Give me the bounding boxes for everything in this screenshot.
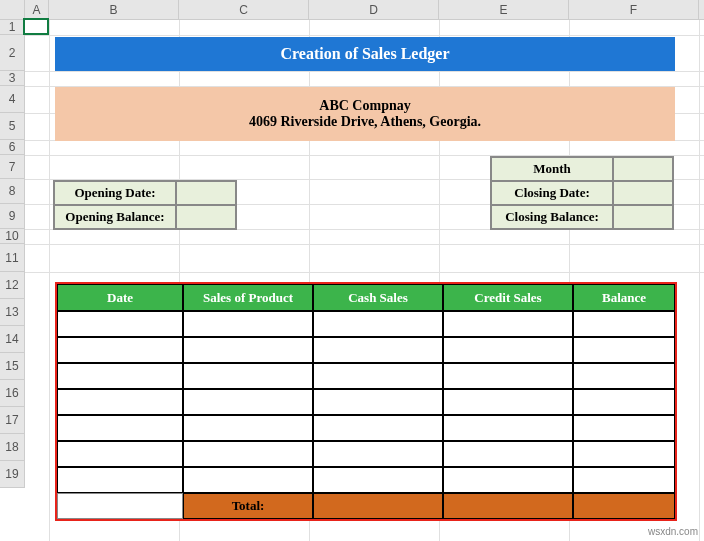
row-header-15[interactable]: 15 bbox=[0, 353, 25, 380]
cell[interactable] bbox=[573, 363, 675, 389]
closing-info-box: Month Closing Date: Closing Balance: bbox=[490, 156, 674, 230]
table-row bbox=[57, 337, 675, 363]
cell[interactable] bbox=[183, 441, 313, 467]
cell[interactable] bbox=[443, 337, 573, 363]
cell[interactable] bbox=[573, 415, 675, 441]
row-header-12[interactable]: 12 bbox=[0, 272, 25, 299]
ledger-header-date[interactable]: Date bbox=[57, 284, 183, 311]
cell[interactable] bbox=[313, 363, 443, 389]
cell[interactable] bbox=[573, 389, 675, 415]
row-header-6[interactable]: 6 bbox=[0, 140, 25, 155]
row-header-2[interactable]: 2 bbox=[0, 35, 25, 71]
cell[interactable] bbox=[443, 441, 573, 467]
title-text: Creation of Sales Ledger bbox=[280, 45, 449, 63]
cell[interactable] bbox=[443, 311, 573, 337]
closing-date-value[interactable] bbox=[613, 181, 673, 205]
cell[interactable] bbox=[573, 337, 675, 363]
cell[interactable] bbox=[443, 467, 573, 493]
table-row bbox=[57, 415, 675, 441]
row-header-14[interactable]: 14 bbox=[0, 326, 25, 353]
row-header-13[interactable]: 13 bbox=[0, 299, 25, 326]
cell[interactable] bbox=[573, 441, 675, 467]
cell[interactable] bbox=[183, 415, 313, 441]
opening-date-value[interactable] bbox=[176, 181, 236, 205]
row-header-7[interactable]: 7 bbox=[0, 155, 25, 179]
closing-date-label: Closing Date: bbox=[491, 181, 613, 205]
row-header-8[interactable]: 8 bbox=[0, 179, 25, 204]
ledger-table: Date Sales of Product Cash Sales Credit … bbox=[55, 282, 677, 521]
cell[interactable] bbox=[183, 337, 313, 363]
table-row bbox=[57, 363, 675, 389]
total-cash[interactable] bbox=[313, 493, 443, 519]
cell[interactable] bbox=[183, 363, 313, 389]
total-blank[interactable] bbox=[57, 493, 183, 519]
cell[interactable] bbox=[183, 311, 313, 337]
row-header-10[interactable]: 10 bbox=[0, 229, 25, 244]
spreadsheet-grid[interactable]: Creation of Sales Ledger ABC Compnay 406… bbox=[25, 20, 704, 541]
row-header-3[interactable]: 3 bbox=[0, 71, 25, 86]
cell[interactable] bbox=[57, 467, 183, 493]
cell[interactable] bbox=[57, 337, 183, 363]
cell[interactable] bbox=[313, 467, 443, 493]
row-headers: 1 2 3 4 5 6 7 8 9 10 11 12 13 14 15 16 1… bbox=[0, 20, 25, 488]
row-header-11[interactable]: 11 bbox=[0, 244, 25, 272]
opening-info-box: Opening Date: Opening Balance: bbox=[53, 180, 237, 230]
col-header-E[interactable]: E bbox=[439, 0, 569, 19]
cell[interactable] bbox=[313, 441, 443, 467]
cell[interactable] bbox=[313, 337, 443, 363]
select-all-corner[interactable] bbox=[0, 0, 25, 19]
cell[interactable] bbox=[313, 311, 443, 337]
ledger-header-cash-sales[interactable]: Cash Sales bbox=[313, 284, 443, 311]
table-row bbox=[57, 389, 675, 415]
total-row: Total: bbox=[57, 493, 675, 519]
active-cell-indicator bbox=[23, 18, 49, 35]
opening-date-label: Opening Date: bbox=[54, 181, 176, 205]
row-header-4[interactable]: 4 bbox=[0, 86, 25, 113]
closing-balance-value[interactable] bbox=[613, 205, 673, 229]
ledger-header-row: Date Sales of Product Cash Sales Credit … bbox=[57, 284, 675, 311]
col-header-D[interactable]: D bbox=[309, 0, 439, 19]
total-balance[interactable] bbox=[573, 493, 675, 519]
cell[interactable] bbox=[573, 467, 675, 493]
cell[interactable] bbox=[443, 363, 573, 389]
ledger-header-credit-sales[interactable]: Credit Sales bbox=[443, 284, 573, 311]
row-header-17[interactable]: 17 bbox=[0, 407, 25, 434]
row-header-1[interactable]: 1 bbox=[0, 20, 25, 35]
cell[interactable] bbox=[313, 415, 443, 441]
cell[interactable] bbox=[57, 311, 183, 337]
row-header-19[interactable]: 19 bbox=[0, 461, 25, 488]
row-header-9[interactable]: 9 bbox=[0, 204, 25, 229]
total-credit[interactable] bbox=[443, 493, 573, 519]
cell[interactable] bbox=[57, 415, 183, 441]
row-header-5[interactable]: 5 bbox=[0, 113, 25, 140]
cell[interactable] bbox=[443, 415, 573, 441]
col-header-B[interactable]: B bbox=[49, 0, 179, 19]
opening-balance-value[interactable] bbox=[176, 205, 236, 229]
col-header-C[interactable]: C bbox=[179, 0, 309, 19]
closing-balance-label: Closing Balance: bbox=[491, 205, 613, 229]
ledger-header-balance[interactable]: Balance bbox=[573, 284, 675, 311]
column-headers: A B C D E F bbox=[0, 0, 704, 20]
cell[interactable] bbox=[183, 467, 313, 493]
col-header-A[interactable]: A bbox=[25, 0, 49, 19]
col-header-F[interactable]: F bbox=[569, 0, 699, 19]
month-value[interactable] bbox=[613, 157, 673, 181]
company-name: ABC Compnay bbox=[319, 98, 410, 114]
cell[interactable] bbox=[57, 389, 183, 415]
company-address: 4069 Riverside Drive, Athens, Georgia. bbox=[249, 114, 481, 130]
cell[interactable] bbox=[443, 389, 573, 415]
month-label: Month bbox=[491, 157, 613, 181]
table-row bbox=[57, 441, 675, 467]
table-row bbox=[57, 311, 675, 337]
page-title: Creation of Sales Ledger bbox=[55, 37, 675, 71]
cell[interactable] bbox=[573, 311, 675, 337]
ledger-header-sales-product[interactable]: Sales of Product bbox=[183, 284, 313, 311]
cell[interactable] bbox=[313, 389, 443, 415]
company-info-box: ABC Compnay 4069 Riverside Drive, Athens… bbox=[55, 87, 675, 141]
row-header-18[interactable]: 18 bbox=[0, 434, 25, 461]
total-label: Total: bbox=[183, 493, 313, 519]
cell[interactable] bbox=[183, 389, 313, 415]
cell[interactable] bbox=[57, 441, 183, 467]
cell[interactable] bbox=[57, 363, 183, 389]
row-header-16[interactable]: 16 bbox=[0, 380, 25, 407]
